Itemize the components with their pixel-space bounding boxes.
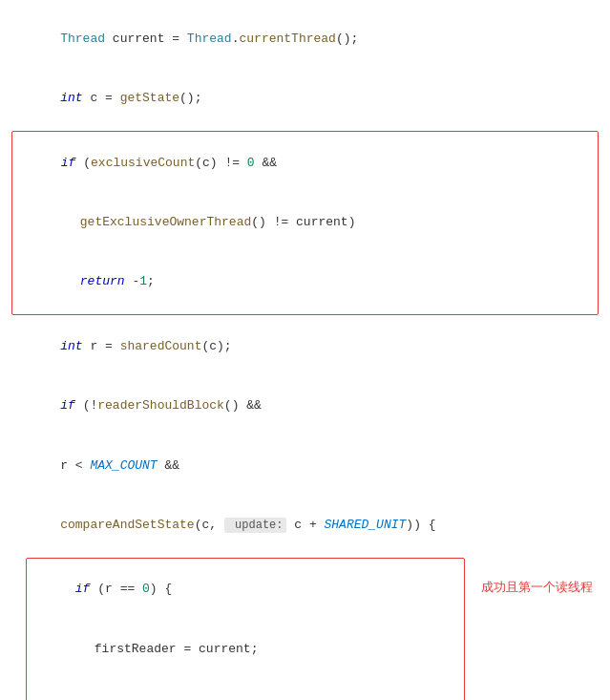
- code-line-7: if (!readerShouldBlock() &&: [11, 376, 599, 435]
- code-line-4: getExclusiveOwnerThread() != current): [16, 193, 594, 252]
- code-line-10: if (r == 0) {: [31, 561, 460, 620]
- fail-block: 失败 if (exclusiveCount(c) != 0 && getExcl…: [11, 131, 599, 315]
- code-line-2: int c = getState();: [11, 69, 599, 128]
- code-line-5: return -1;: [16, 253, 594, 312]
- code-container: Thread current = Thread.currentThread();…: [11, 10, 599, 700]
- code-line-9: compareAndSetState(c, update: c + SHARED…: [11, 496, 599, 555]
- success-first-annotation: 成功且第一个读线程: [481, 578, 593, 598]
- code-line-8: r < MAX_COUNT &&: [11, 436, 599, 496]
- success-first-block: 成功且第一个读线程 if (r == 0) { firstReader = cu…: [26, 558, 465, 700]
- code-line-3: if (exclusiveCount(c) != 0 &&: [16, 134, 594, 193]
- code-line-11: firstReader = current;: [31, 620, 460, 679]
- code-line-12: firstReaderHoldCount = 1;: [31, 679, 460, 700]
- code-line-6: int r = sharedCount(c);: [11, 317, 599, 376]
- update-label: update:: [224, 518, 287, 533]
- code-line-1: Thread current = Thread.currentThread();: [11, 10, 599, 69]
